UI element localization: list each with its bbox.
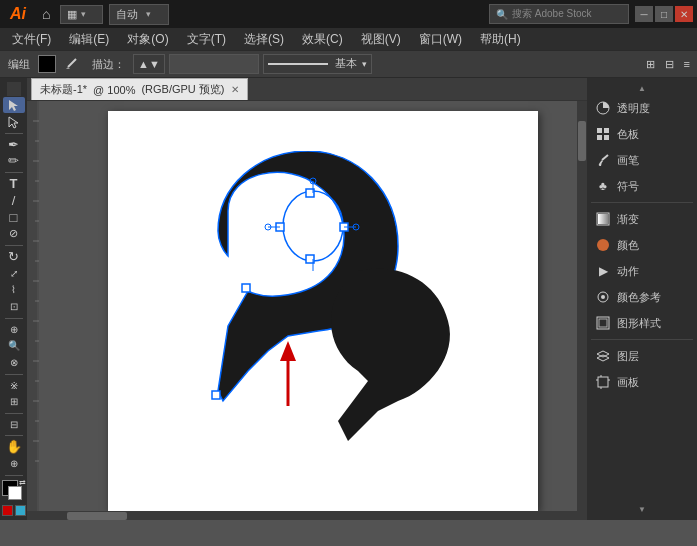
menu-help[interactable]: 帮助(H) xyxy=(472,29,529,50)
type-tool[interactable]: T xyxy=(3,176,25,192)
panel-item-actions[interactable]: ▶ 动作 xyxy=(587,258,697,284)
shape-builder-tool[interactable]: ⊕ xyxy=(3,321,25,337)
document-tab[interactable]: 未标题-1* @ 100% (RGB/GPU 预览) ✕ xyxy=(31,78,248,100)
svg-rect-71 xyxy=(598,214,608,224)
menu-select[interactable]: 选择(S) xyxy=(236,29,292,50)
color-icon xyxy=(595,237,611,253)
column-graph-tool[interactable]: ⊞ xyxy=(3,394,25,410)
panel-item-symbols[interactable]: ♣ 符号 xyxy=(587,173,697,199)
menu-window[interactable]: 窗口(W) xyxy=(411,29,470,50)
direct-select-tool[interactable] xyxy=(3,114,25,130)
minimize-button[interactable]: ─ xyxy=(635,6,653,22)
svg-marker-63 xyxy=(280,341,296,361)
panel-item-colorguide[interactable]: 颜色参考 xyxy=(587,284,697,310)
swap-colors-icon[interactable]: ⇄ xyxy=(19,478,26,487)
zoom-tool[interactable]: ⊕ xyxy=(3,456,25,472)
left-toolbar: ✒ ✏ T / □ ⊘ ↻ ⤢ ⌇ ⊡ ⊕ 🔍 ⊗ ※ ⊞ ⊟ ✋ ⊕ ⇄ xyxy=(0,78,27,520)
extra-colors xyxy=(2,505,26,516)
shadow-shape xyxy=(331,268,450,441)
artboard-tool[interactable]: ⊟ xyxy=(3,417,25,433)
svg-marker-77 xyxy=(597,351,609,357)
svg-line-69 xyxy=(602,155,608,160)
panel-item-artboards[interactable]: 画板 xyxy=(587,369,697,395)
background-color[interactable] xyxy=(8,486,22,500)
brushes-label: 画笔 xyxy=(617,153,639,168)
graphicstyles-label: 图形样式 xyxy=(617,316,661,331)
menu-type[interactable]: 文字(T) xyxy=(179,29,234,50)
auto-label: 自动 xyxy=(116,7,138,22)
svg-rect-68 xyxy=(604,135,609,140)
panel-scroll-up[interactable]: ▲ xyxy=(587,82,697,95)
menu-file[interactable]: 文件(F) xyxy=(4,29,59,50)
more-options-icon[interactable]: ≡ xyxy=(681,57,693,71)
hand-tool[interactable]: ✋ xyxy=(3,439,25,455)
menu-effect[interactable]: 效果(C) xyxy=(294,29,351,50)
line-style-select[interactable]: 基本 ▾ xyxy=(263,54,372,74)
layers-label: 图层 xyxy=(617,349,639,364)
stock-search-box[interactable]: 🔍 搜索 Adobe Stock xyxy=(489,4,629,24)
home-button[interactable]: ⌂ xyxy=(38,4,54,24)
cyan-color-chip[interactable] xyxy=(15,505,26,516)
panel-item-graphicstyles[interactable]: 图形样式 xyxy=(587,310,697,336)
artboards-icon xyxy=(595,374,611,390)
fill-swatch[interactable] xyxy=(38,55,56,73)
vertical-scrollbar[interactable] xyxy=(577,101,587,511)
scrollbar-thumb-h[interactable] xyxy=(67,512,127,520)
eyedropper-tool[interactable]: 🔍 xyxy=(3,338,25,354)
svg-rect-66 xyxy=(604,128,609,133)
symbol-sprayer-tool[interactable]: ※ xyxy=(3,377,25,393)
pen-tool[interactable]: ✒ xyxy=(3,136,25,152)
maximize-button[interactable]: □ xyxy=(655,6,673,22)
panel-item-transparency[interactable]: 透明度 xyxy=(587,95,697,121)
tool-sep-2 xyxy=(5,172,23,173)
panel-sep-2 xyxy=(591,339,693,340)
rectangle-tool[interactable]: □ xyxy=(3,209,25,225)
swatches-label: 色板 xyxy=(617,127,639,142)
tab-close-button[interactable]: ✕ xyxy=(231,84,239,95)
ai-logo: Ai xyxy=(4,5,32,23)
toolbar-right: ⊞ ⊟ ≡ xyxy=(643,57,693,72)
opacity-field[interactable] xyxy=(169,54,259,74)
panel-scroll-down[interactable]: ▼ xyxy=(587,503,697,516)
distribute-icon[interactable]: ⊟ xyxy=(662,57,677,72)
pencil-tool[interactable]: ✏ xyxy=(3,153,25,169)
align-icon[interactable]: ⊞ xyxy=(643,57,658,72)
panel-item-swatches[interactable]: 色板 xyxy=(587,121,697,147)
scale-tool[interactable]: ⤢ xyxy=(3,265,25,281)
panel-item-layers[interactable]: 图层 xyxy=(587,343,697,369)
scrollbar-thumb-v[interactable] xyxy=(578,121,586,161)
canvas-scroll-area xyxy=(27,101,587,511)
blend-tool[interactable]: ⊗ xyxy=(3,355,25,371)
select-tool[interactable] xyxy=(3,97,25,113)
stroke-width-dropdown[interactable]: ▲▼ xyxy=(133,54,165,74)
auto-dropdown[interactable]: 自动 ▾ xyxy=(109,4,169,25)
tool-sep-5 xyxy=(5,374,23,375)
warp-tool[interactable]: ⌇ xyxy=(3,282,25,298)
workspace-icon: ▦ xyxy=(67,8,77,21)
menu-view[interactable]: 视图(V) xyxy=(353,29,409,50)
tool-sep-8 xyxy=(5,475,23,476)
stroke-icon[interactable] xyxy=(60,53,84,76)
line-segment-tool[interactable]: / xyxy=(3,192,25,208)
ruler-corner xyxy=(7,82,21,96)
paintbrush-tool[interactable]: ⊘ xyxy=(3,226,25,242)
svg-rect-65 xyxy=(597,128,602,133)
menu-edit[interactable]: 编辑(E) xyxy=(61,29,117,50)
horizontal-scrollbar[interactable] xyxy=(27,511,587,520)
panel-item-color[interactable]: 颜色 xyxy=(587,232,697,258)
brushes-icon xyxy=(595,152,611,168)
close-button[interactable]: ✕ xyxy=(675,6,693,22)
svg-marker-0 xyxy=(66,67,70,69)
free-transform-tool[interactable]: ⊡ xyxy=(3,299,25,315)
red-color-chip[interactable] xyxy=(2,505,13,516)
main-area: ✒ ✏ T / □ ⊘ ↻ ⤢ ⌇ ⊡ ⊕ 🔍 ⊗ ※ ⊞ ⊟ ✋ ⊕ ⇄ xyxy=(0,78,697,520)
workspace-selector[interactable]: ▦ ▾ xyxy=(60,5,103,24)
rotate-tool[interactable]: ↻ xyxy=(3,248,25,264)
panel-item-gradient[interactable]: 渐变 xyxy=(587,206,697,232)
tool-sep-1 xyxy=(5,133,23,134)
canvas-wrapper[interactable] xyxy=(39,101,587,511)
color-label: 颜色 xyxy=(617,238,639,253)
menu-object[interactable]: 对象(O) xyxy=(119,29,176,50)
artwork xyxy=(168,151,478,461)
panel-item-brushes[interactable]: 画笔 xyxy=(587,147,697,173)
